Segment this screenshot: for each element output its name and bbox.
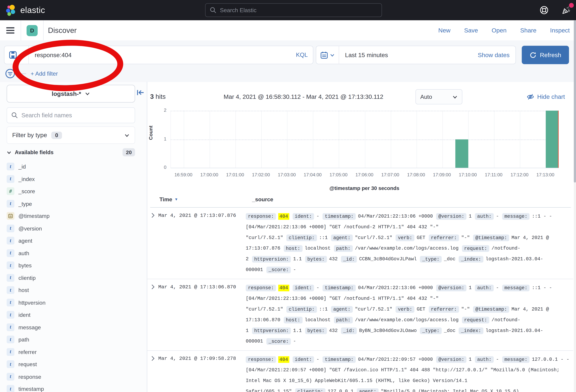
time-range-value[interactable]: Last 15 minutes — [345, 51, 478, 58]
source-field-name: agent: — [357, 388, 379, 392]
source-field-value: CCBN_3cB04dGovJLPawl — [359, 256, 417, 262]
saved-query-menu-button[interactable] — [4, 51, 28, 59]
field-item-clientip[interactable]: tclientip — [7, 272, 147, 284]
app-badge[interactable]: D — [27, 25, 38, 36]
available-fields-header[interactable]: Available fields 20 — [7, 148, 135, 157]
date-picker[interactable]: Last 15 minutes Show dates — [316, 46, 516, 64]
expand-row-icon[interactable] — [151, 213, 158, 275]
field-item-auth[interactable]: tauth — [7, 247, 147, 259]
date-quick-menu-button[interactable] — [316, 51, 339, 59]
chart-time-range: Mar 4, 2021 @ 16:58:30.112 - Mar 4, 2021… — [224, 93, 383, 100]
scrollbar-thumb[interactable] — [574, 20, 576, 182]
column-header-time[interactable]: Time ▼ — [159, 196, 178, 202]
source-field-value: localhost — [305, 246, 330, 251]
histogram-chart[interactable]: Count @timestamp per 30 seconds 16:59:00… — [147, 104, 575, 196]
field-search-placeholder: Search field names — [22, 112, 72, 118]
query-input[interactable]: response:404 — [35, 51, 296, 58]
query-language-button[interactable]: KQL — [296, 52, 308, 58]
field-item-@timestamp[interactable]: @timestamp — [7, 210, 147, 222]
chart-plot-area[interactable] — [171, 111, 559, 168]
field-item-response[interactable]: tresponse — [7, 370, 147, 383]
field-item-httpversion[interactable]: thttpversion — [7, 296, 147, 308]
histogram-bar[interactable] — [455, 139, 468, 168]
source-field-value: /var/www/example.com/logs/access.log — [355, 246, 459, 251]
text-field-type-icon: t — [7, 373, 14, 381]
field-item-_score[interactable]: #_score — [7, 185, 147, 197]
save-button[interactable]: Save — [464, 27, 478, 34]
source-field-value: 1 — [469, 285, 472, 291]
scrollbar[interactable] — [574, 0, 576, 392]
brand-name: elastic — [20, 5, 45, 15]
eye-closed-icon — [527, 93, 534, 100]
field-name: host — [19, 287, 29, 293]
chevron-down-icon — [330, 53, 335, 57]
notification-dot — [569, 3, 574, 8]
inspect-button[interactable]: Inspect — [550, 27, 570, 34]
field-item-ident[interactable]: tident — [7, 308, 147, 321]
field-item-_index[interactable]: t_index — [7, 173, 147, 185]
global-header: elastic Search Elastic — [0, 0, 576, 20]
filter-by-type-dropdown[interactable]: Filter by type 0 — [7, 127, 135, 144]
source-field-name: auth: — [475, 213, 494, 220]
table-header: Time ▼ _source — [150, 196, 571, 208]
new-button[interactable]: New — [438, 27, 450, 34]
query-strip: response:404 KQL Last 15 minutes Show da… — [0, 41, 576, 82]
news-feed-button[interactable] — [561, 5, 571, 15]
collapse-sidebar-icon[interactable] — [137, 88, 145, 97]
help-icon[interactable] — [539, 6, 549, 15]
field-list: t_idt_index#_scoret_type@timestampt@vers… — [7, 161, 147, 392]
source-field-name: timestamp: — [323, 213, 356, 220]
y-tick-label: 2 — [150, 108, 167, 113]
source-field-name: auth: — [475, 356, 494, 363]
global-search-input[interactable]: Search Elastic — [205, 3, 382, 17]
elastic-logo[interactable]: elastic — [5, 4, 45, 16]
expand-row-icon[interactable] — [151, 284, 158, 347]
field-item-timestamp[interactable]: ttimestamp — [7, 383, 147, 392]
source-field-name: message: — [502, 213, 530, 220]
x-tick-label: 17:03:00 — [278, 172, 296, 177]
add-filter-button[interactable]: + Add filter — [31, 70, 58, 77]
field-item-request[interactable]: trequest — [7, 358, 147, 370]
source-field-name: ident: — [292, 213, 314, 220]
source-field-name: _id: — [341, 256, 357, 262]
text-field-type-icon: t — [7, 323, 14, 331]
source-field-name: _type: — [420, 256, 442, 262]
field-search-input[interactable]: Search field names — [7, 107, 135, 123]
x-tick-label: 16:59:00 — [174, 172, 192, 177]
field-item-_id[interactable]: t_id — [7, 161, 147, 173]
menu-icon[interactable] — [6, 26, 14, 35]
source-field-name: ident: — [292, 356, 314, 363]
field-item-bytes[interactable]: tbytes — [7, 259, 147, 272]
column-header-source: _source — [252, 196, 273, 202]
refresh-button[interactable]: Refresh — [522, 46, 569, 64]
text-field-type-icon: t — [7, 274, 14, 282]
hits-count: 3 hits — [150, 93, 166, 101]
field-item-message[interactable]: tmessage — [7, 321, 147, 333]
field-item-@version[interactable]: t@version — [7, 222, 147, 234]
query-bar[interactable]: response:404 KQL — [4, 46, 313, 64]
hide-chart-button[interactable]: Hide chart — [527, 93, 565, 100]
chevron-down-icon — [452, 94, 458, 99]
global-search-placeholder: Search Elastic — [220, 7, 257, 13]
divider — [339, 46, 339, 64]
field-item-agent[interactable]: tagent — [7, 234, 147, 247]
row-timestamp: Mar 4, 2021 @ 17:13:07.876 — [158, 211, 246, 275]
field-item-host[interactable]: thost — [7, 284, 147, 296]
field-item-path[interactable]: tpath — [7, 334, 147, 346]
filter-menu-icon[interactable] — [5, 69, 15, 79]
source-field-value: 1.1 — [293, 328, 302, 334]
share-button[interactable]: Share — [520, 27, 537, 34]
y-tick-label: 1 — [150, 136, 167, 141]
field-item-referrer[interactable]: treferrer — [7, 346, 147, 358]
calendar-field-type-icon — [7, 212, 14, 220]
source-field-name: verb: — [396, 234, 414, 241]
interval-select[interactable]: Auto — [415, 89, 462, 104]
open-button[interactable]: Open — [492, 27, 507, 34]
show-dates-button[interactable]: Show dates — [478, 51, 510, 58]
index-pattern-selector[interactable]: logstash-* — [7, 85, 135, 103]
expand-row-icon[interactable] — [151, 356, 158, 392]
source-field-value: 127.0.0.1 — [328, 389, 353, 392]
field-item-_type[interactable]: t_type — [7, 197, 147, 210]
x-axis-label: @timestamp per 30 seconds — [171, 185, 558, 191]
histogram-bar[interactable] — [546, 111, 559, 168]
